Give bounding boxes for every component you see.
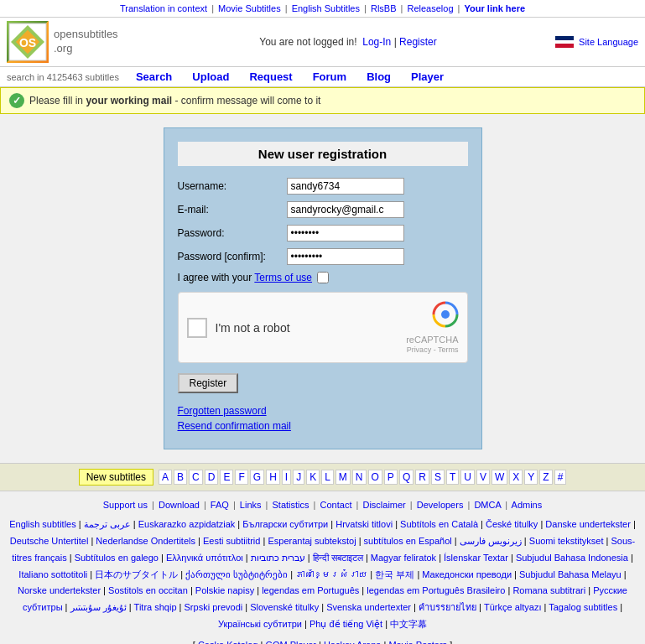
lang-link-22[interactable]: Subjudul Bahasa Indonesia bbox=[516, 553, 628, 563]
alpha-link-#[interactable]: # bbox=[554, 470, 567, 485]
footer-developers[interactable]: Developers bbox=[417, 500, 464, 510]
lang-link-30[interactable]: Norske undertekster bbox=[18, 585, 101, 595]
lang-link-46[interactable]: Phụ đề tiếng Việt bbox=[309, 619, 382, 629]
site-language-link[interactable]: Site Language bbox=[579, 37, 638, 47]
username-input[interactable] bbox=[287, 178, 404, 195]
lang-link-19[interactable]: हिन्दी सबटाइटल bbox=[313, 553, 363, 563]
recaptcha-privacy-link[interactable]: Privacy bbox=[407, 345, 432, 354]
alpha-link-G[interactable]: G bbox=[250, 470, 264, 485]
lang-link-9[interactable]: Nederlandse Ondertitels bbox=[96, 536, 195, 546]
nav-blog[interactable]: Blog bbox=[367, 70, 391, 83]
lang-link-11[interactable]: Esperantaj subtekstoj bbox=[268, 536, 356, 546]
lang-link-17[interactable]: Ελληνικά υπότιτλοι bbox=[166, 553, 243, 563]
footer-admins[interactable]: Admins bbox=[512, 500, 543, 510]
alpha-link-Q[interactable]: Q bbox=[399, 470, 414, 485]
topbar-link-movie[interactable]: Movie Subtitles bbox=[218, 3, 281, 13]
recaptcha-checkbox[interactable] bbox=[187, 318, 207, 338]
lang-link-28[interactable]: Македонски преводи bbox=[422, 569, 512, 579]
lang-link-13[interactable]: زیرنویس فارسی bbox=[460, 536, 522, 546]
alpha-link-T[interactable]: T bbox=[446, 470, 459, 485]
terms-link[interactable]: Terms of use bbox=[254, 272, 312, 283]
extra-cesko[interactable]: Cesko Katalog bbox=[198, 640, 258, 644]
alpha-link-P[interactable]: P bbox=[384, 470, 398, 485]
lang-link-21[interactable]: Íslenskar Textar bbox=[444, 553, 508, 563]
topbar-link-releaselog[interactable]: Releaselog bbox=[408, 3, 454, 13]
register-link[interactable]: Register bbox=[399, 36, 437, 48]
topbar-link-rlsbb[interactable]: RlsBB bbox=[371, 3, 397, 13]
lang-link-10[interactable]: Eesti subtiitrid bbox=[203, 536, 260, 546]
lang-link-18[interactable]: עברית כתוביות bbox=[251, 553, 305, 563]
lang-link-14[interactable]: Suomi tekstitykset bbox=[529, 536, 604, 546]
footer-support[interactable]: Support us bbox=[103, 500, 148, 510]
alpha-link-H[interactable]: H bbox=[266, 470, 280, 485]
new-subtitles-button[interactable]: New subtitles bbox=[79, 469, 153, 486]
extra-hockey[interactable]: Hockey Arena bbox=[324, 640, 381, 644]
topbar-link-english[interactable]: English Subtitles bbox=[292, 3, 360, 13]
alpha-link-F[interactable]: F bbox=[235, 470, 247, 485]
alpha-link-S[interactable]: S bbox=[431, 470, 445, 485]
lang-link-44[interactable]: Tagalog subtitles bbox=[549, 602, 617, 612]
lang-link-40[interactable]: Slovenské titulky bbox=[250, 602, 319, 612]
footer-links-link[interactable]: Links bbox=[240, 500, 262, 510]
lang-link-34[interactable]: legendas em Português Brasileiro bbox=[367, 585, 505, 595]
nav-upload[interactable]: Upload bbox=[192, 70, 229, 83]
lang-link-41[interactable]: Svenska undertexter bbox=[326, 602, 411, 612]
alpha-link-I[interactable]: I bbox=[282, 470, 291, 485]
lang-link-12[interactable]: subtítulos en Español bbox=[364, 536, 452, 546]
topbar-link-translation[interactable]: Translation in context bbox=[120, 3, 207, 13]
password-input[interactable] bbox=[287, 225, 404, 242]
lang-link-3[interactable]: Български субтитри bbox=[242, 519, 328, 529]
alpha-link-N[interactable]: N bbox=[352, 470, 367, 485]
footer-download[interactable]: Download bbox=[159, 500, 200, 510]
alpha-link-A[interactable]: A bbox=[159, 470, 172, 485]
alpha-link-M[interactable]: M bbox=[336, 470, 351, 485]
lang-link-1[interactable]: عربى ترجمة bbox=[84, 519, 131, 529]
lang-link-45[interactable]: Українські субтитри bbox=[218, 619, 302, 629]
footer-contact[interactable]: Contact bbox=[320, 500, 352, 510]
password-confirm-input[interactable] bbox=[287, 248, 404, 265]
nav-player[interactable]: Player bbox=[411, 70, 444, 83]
extra-posters[interactable]: Movie Posters bbox=[388, 640, 447, 644]
alpha-link-C[interactable]: C bbox=[189, 470, 203, 485]
nav-request[interactable]: Request bbox=[249, 70, 292, 83]
nav-search[interactable]: Search bbox=[136, 70, 172, 83]
alpha-link-W[interactable]: W bbox=[492, 470, 507, 485]
alpha-link-D[interactable]: D bbox=[205, 470, 219, 485]
lang-link-39[interactable]: Srpski prevodi bbox=[185, 602, 243, 612]
forgotten-password-link[interactable]: Forgotten password bbox=[178, 405, 468, 417]
resend-confirmation-link[interactable]: Resend confirmation mail bbox=[178, 420, 468, 432]
extra-gom[interactable]: GOM Player bbox=[265, 640, 316, 644]
lang-link-38[interactable]: Titra shqip bbox=[134, 602, 177, 612]
lang-link-33[interactable]: legendas em Português bbox=[262, 585, 359, 595]
lang-link-0[interactable]: English subtitles bbox=[9, 519, 76, 529]
lang-link-20[interactable]: Magyar feliratok bbox=[371, 553, 436, 563]
footer-disclaimer[interactable]: Disclaimer bbox=[362, 500, 405, 510]
alpha-link-E[interactable]: E bbox=[220, 470, 233, 485]
alpha-link-Z[interactable]: Z bbox=[539, 470, 552, 485]
alpha-link-U[interactable]: U bbox=[460, 470, 475, 485]
alpha-link-V[interactable]: V bbox=[476, 470, 490, 485]
alpha-link-R[interactable]: R bbox=[415, 470, 429, 485]
terms-checkbox[interactable] bbox=[317, 272, 329, 283]
alpha-link-Y[interactable]: Y bbox=[524, 470, 538, 485]
alpha-link-K[interactable]: K bbox=[306, 470, 320, 485]
lang-link-27[interactable]: 한국 부제 bbox=[375, 569, 414, 579]
lang-link-16[interactable]: Subtítulos en galego bbox=[75, 553, 159, 563]
lang-link-26[interactable]: ភាសាខ្មែរសំរាយ bbox=[295, 569, 367, 579]
topbar-link-yourlink[interactable]: Your link here bbox=[465, 3, 526, 13]
nav-forum[interactable]: Forum bbox=[313, 70, 346, 83]
recaptcha-terms-link[interactable]: Terms bbox=[438, 345, 459, 354]
lang-link-43[interactable]: Türkçe altyazı bbox=[484, 602, 541, 612]
lang-link-23[interactable]: Italiano sottotitoli bbox=[18, 569, 87, 579]
alpha-link-O[interactable]: O bbox=[368, 470, 382, 485]
alpha-link-X[interactable]: X bbox=[509, 470, 523, 485]
lang-link-2[interactable]: Euskarazko azpidatziak bbox=[138, 519, 236, 529]
lang-link-24[interactable]: 日本のサブタイトル bbox=[95, 569, 178, 579]
lang-link-6[interactable]: České titulky bbox=[486, 519, 538, 529]
lang-link-29[interactable]: Subjudul Bahasa Melayu bbox=[519, 569, 622, 579]
lang-link-8[interactable]: Deutsche Untertitel bbox=[10, 536, 89, 546]
footer-statistics[interactable]: Statistics bbox=[273, 500, 309, 510]
lang-link-7[interactable]: Danske undertekster bbox=[545, 519, 631, 529]
alpha-link-B[interactable]: B bbox=[174, 470, 187, 485]
lang-link-37[interactable]: ئۇيغۇر سۇبتىتىر bbox=[70, 602, 127, 612]
